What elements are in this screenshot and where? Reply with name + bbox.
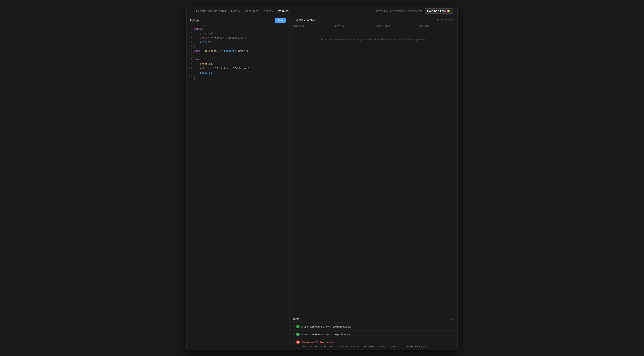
created-by-text: Created by Chris Norman at Common Fate xyxy=(376,10,422,12)
nav-link-resources[interactable]: Resources xyxy=(243,8,260,14)
policies-panel-header: Policies Save xyxy=(187,16,289,25)
left-panel: Policies Save 1permit (2 principal,3 act… xyxy=(187,16,290,350)
policies-panel-title: Policies xyxy=(190,19,200,22)
diff-stats: +0 -0 ▒▒▒▒▒▒ xyxy=(437,18,454,21)
table-header-action: ACTION xyxy=(332,23,374,29)
line-number: 4 xyxy=(187,40,194,44)
line-number: 12 xyxy=(187,75,194,79)
test-label: Cross-user S3 object access xyxy=(301,341,334,344)
table-header-decision: DECISION xyxy=(415,23,457,29)
nav-link-events[interactable]: Events xyxy=(229,8,242,14)
code-line-3: 3 action == Action::"GetReceipt", xyxy=(187,36,289,40)
brand-name: Common Fate xyxy=(427,9,446,13)
table-header-principal: PRINCIPAL xyxy=(290,23,332,29)
test-item-0: ▶✓A user can read their own receipt meta… xyxy=(290,323,457,331)
test-fail-icon: ✕ xyxy=(296,340,300,344)
app-window: Build-Your-Own-CloudTrailEventsResources… xyxy=(186,6,458,350)
test-pass-icon: ✓ xyxy=(296,333,300,336)
tests-title: Tests xyxy=(293,317,299,321)
diff-dots: ▒▒▒▒▒▒ xyxy=(444,18,454,21)
test-expand-chevron[interactable]: ▶ xyxy=(293,325,294,328)
code-line-12: 12); xyxy=(187,75,289,80)
diff-remove: -0 xyxy=(440,18,443,21)
code-line-11: 11 resource xyxy=(187,71,289,75)
table-header-row: PRINCIPALACTIONRESOURCEDECISION xyxy=(290,23,457,29)
line-number: 11 xyxy=(187,71,194,75)
tests-header[interactable]: Tests ⌄ xyxy=(290,315,457,323)
empty-state: No access changes. Access changes will b… xyxy=(290,29,457,49)
line-number: 1 xyxy=(187,27,194,31)
test-icon-symbol: ✕ xyxy=(297,341,299,343)
code-line-8: 8permit ( xyxy=(187,57,289,62)
line-number: 8 xyxy=(187,58,194,61)
code-line-10: 10 action == S3::Action::"GetObject", xyxy=(187,66,289,71)
test-item-row-2: ▶✕Cross-user S3 object access xyxy=(293,340,454,344)
tests-chevron-icon: ⌄ xyxy=(452,317,454,321)
main-content: Policies Save 1permit (2 principal,3 act… xyxy=(187,16,457,350)
nav-link-build-your-own-cloudtrail[interactable]: Build-Your-Own-CloudTrail xyxy=(191,8,228,14)
test-item-1: ▶✓A user can read their own receipt S3 o… xyxy=(290,331,457,338)
code-line-6: 6when { principal == resource.owner }; xyxy=(187,49,289,53)
save-button[interactable]: Save xyxy=(274,18,286,23)
preview-table-container: PRINCIPALACTIONRESOURCEDECISION No acces… xyxy=(290,23,457,315)
code-line-5: 5) xyxy=(187,44,289,49)
diff-add: +0 xyxy=(437,18,440,21)
test-item-row-1: ▶✓A user can read their own receipt S3 o… xyxy=(293,333,454,336)
line-number: 3 xyxy=(187,36,194,40)
code-line-2: 2 principal, xyxy=(187,31,289,36)
brand-icon xyxy=(447,10,451,12)
code-line-1: 1permit ( xyxy=(187,27,289,31)
tests-section: Tests ⌄ ▶✓A user can read their own rece… xyxy=(290,315,457,350)
test-detail: User::"alice" is allowed to call S3::Act… xyxy=(293,345,454,348)
test-icon-symbol: ✓ xyxy=(297,333,299,336)
line-number: 2 xyxy=(187,31,194,35)
line-number: 9 xyxy=(187,62,194,66)
right-panel: Preview Changes +0 -0 ▒▒▒▒▒▒ PRINCIPALAC… xyxy=(290,16,457,350)
code-line-9: 9 principal, xyxy=(187,62,289,66)
line-number: 6 xyxy=(187,49,194,53)
test-expand-chevron[interactable]: ▶ xyxy=(293,333,294,336)
test-item-2: ▶✕Cross-user S3 object accessUser::"alic… xyxy=(290,338,457,350)
tests-list: ▶✓A user can read their own receipt meta… xyxy=(290,323,457,350)
line-number: 7 xyxy=(187,53,194,57)
brand-badge: Common Fate xyxy=(424,8,453,14)
test-pass-icon: ✓ xyxy=(296,325,300,328)
line-number: 10 xyxy=(187,67,194,70)
test-label: A user can read their own receipt metada… xyxy=(301,325,351,328)
nav-link-policies[interactable]: Policies xyxy=(276,8,290,14)
test-label: A user can read their own receipt S3 obj… xyxy=(301,333,351,336)
nav-bar: Build-Your-Own-CloudTrailEventsResources… xyxy=(187,6,457,16)
nav-links: Build-Your-Own-CloudTrailEventsResources… xyxy=(191,8,376,14)
test-icon-symbol: ✓ xyxy=(297,326,299,328)
test-expand-chevron[interactable]: ▶ xyxy=(293,341,294,344)
code-editor[interactable]: 1permit (2 principal,3 action == Action:… xyxy=(187,25,289,350)
nav-link-access[interactable]: Access xyxy=(262,8,274,14)
nav-right: Created by Chris Norman at Common Fate C… xyxy=(376,8,453,14)
preview-title: Preview Changes xyxy=(293,18,315,21)
line-number: 5 xyxy=(187,45,194,48)
table-header-resource: RESOURCE xyxy=(374,23,415,29)
code-line-4: 4 resource xyxy=(187,40,289,44)
test-item-row-0: ▶✓A user can read their own receipt meta… xyxy=(293,325,454,328)
code-line-7: 7 xyxy=(187,53,289,57)
preview-panel-header: Preview Changes +0 -0 ▒▒▒▒▒▒ xyxy=(290,16,457,23)
